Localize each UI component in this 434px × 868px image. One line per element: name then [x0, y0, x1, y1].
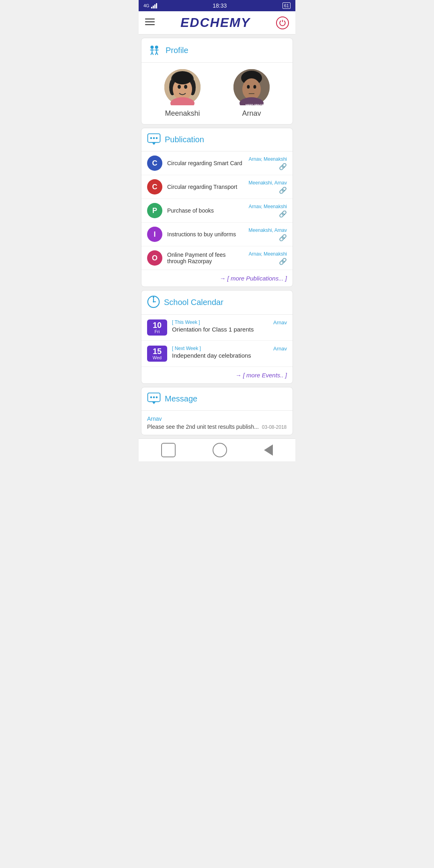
avatar-arnav: NEED SPACE [233, 69, 270, 105]
cal-item-1[interactable]: 15 Wed [ Next Week ] Independent day cel… [141, 341, 293, 367]
more-publications-link[interactable]: → [ more Publications... ] [141, 270, 293, 287]
pub-item-0[interactable]: C Circular regarding Smart Card Arnav, M… [141, 151, 293, 175]
pub-item-3[interactable]: I Instructions to buy uniforms Meenakshi… [141, 223, 293, 246]
pub-title-4: Online Payment of fees through Razorpay [167, 252, 244, 264]
pub-letter-1: C [147, 179, 162, 194]
cal-item-0[interactable]: 10 Fri [ This Week ] Orientation for Cla… [141, 315, 293, 341]
pub-names-0: Arnav, Meenakshi [249, 156, 287, 162]
svg-point-19 [184, 85, 187, 89]
svg-point-3 [150, 45, 154, 49]
svg-point-26 [254, 85, 256, 89]
battery-indicator: 61 [283, 2, 291, 9]
bottom-nav [139, 438, 295, 461]
profile-arnav[interactable]: NEED SPACE Arnav [233, 69, 270, 118]
svg-rect-2 [145, 24, 155, 25]
pub-letter-4: O [147, 250, 162, 266]
svg-point-41 [156, 396, 158, 398]
avatar-meenakshi [164, 69, 201, 105]
paperclip-icon-4: 🔗 [279, 258, 287, 265]
pub-names-3: Meenakshi, Arnav [249, 227, 287, 233]
calendar-title: School Calendar [164, 298, 223, 307]
message-title: Message [165, 394, 197, 403]
message-text: Please see the 2nd unit test results pub… [147, 424, 259, 430]
message-icon [147, 392, 161, 405]
svg-line-7 [152, 52, 153, 55]
cal-day-num-1: 15 [151, 347, 163, 355]
message-date: 03-08-2018 [262, 424, 287, 430]
paperclip-icon-0: 🔗 [279, 163, 287, 170]
svg-point-39 [150, 396, 152, 398]
status-left: 4G [143, 3, 157, 8]
cal-person-1: Arnav [273, 346, 287, 352]
app-header: EDCHEMY [139, 11, 295, 35]
cal-event-0: Orientation for Class 1 parents [172, 326, 268, 333]
pub-names-2: Arnav, Meenakshi [249, 204, 287, 209]
cal-day-name-1: Wed [151, 355, 163, 360]
profile-icon [147, 43, 162, 57]
svg-point-37 [153, 301, 154, 303]
publication-header: Publication [141, 128, 293, 151]
message-item[interactable]: Arnav Please see the 2nd unit test resul… [141, 411, 293, 435]
pub-title-2: Purchase of books [167, 207, 244, 214]
pub-names-4: Arnav, Meenakshi [249, 251, 287, 257]
signal-icon [151, 3, 157, 8]
status-time: 18:33 [213, 2, 227, 9]
profile-header: Profile [141, 38, 293, 63]
svg-point-33 [156, 137, 158, 139]
network-label: 4G [143, 3, 149, 8]
pub-letter-0: C [147, 156, 162, 171]
app-title: EDCHEMY [180, 15, 250, 30]
calendar-header: School Calendar [141, 291, 293, 315]
nav-home-button[interactable] [161, 443, 176, 457]
pub-letter-3: I [147, 227, 162, 242]
profile-card: Profile [141, 38, 293, 125]
profile-title: Profile [166, 46, 188, 55]
message-header: Message [141, 387, 293, 411]
paperclip-icon-2: 🔗 [279, 210, 287, 218]
cal-date-1: 15 Wed [147, 346, 167, 362]
cal-week-1: [ Next Week ] [172, 346, 268, 351]
more-events-link[interactable]: → [ more Events.. ] [141, 367, 293, 383]
publication-card: Publication C Circular regarding Smart C… [141, 128, 293, 287]
pub-item-2[interactable]: P Purchase of books Arnav, Meenakshi 🔗 [141, 199, 293, 223]
svg-point-32 [153, 137, 155, 139]
pub-item-4[interactable]: O Online Payment of fees through Razorpa… [141, 246, 293, 270]
svg-point-20 [173, 72, 192, 84]
publication-icon [147, 133, 161, 146]
svg-point-40 [153, 396, 155, 398]
pub-title-1: Circular regarding Transport [167, 184, 244, 190]
svg-point-18 [178, 85, 181, 89]
cal-person-0: Arnav [273, 319, 287, 326]
nav-back-button[interactable] [213, 443, 227, 457]
svg-rect-0 [145, 18, 155, 20]
svg-rect-1 [145, 21, 155, 23]
pub-item-1[interactable]: C Circular regarding Transport Meenakshi… [141, 175, 293, 199]
power-button[interactable] [276, 16, 289, 29]
message-card: Message Arnav Please see the 2nd unit te… [141, 387, 293, 435]
pub-title-3: Instructions to buy uniforms [167, 231, 244, 237]
cal-day-name-0: Fri [151, 329, 163, 334]
pub-title-0: Circular regarding Smart Card [167, 160, 244, 166]
svg-point-24 [242, 78, 261, 100]
menu-button[interactable] [145, 17, 155, 29]
publication-title: Publication [165, 135, 204, 144]
paperclip-icon-1: 🔗 [279, 186, 287, 194]
svg-point-31 [150, 137, 152, 139]
calendar-icon [147, 295, 160, 309]
profile-meenakshi[interactable]: Meenakshi [164, 69, 201, 118]
profile-name-arnav: Arnav [242, 109, 261, 118]
pub-names-1: Meenakshi, Arnav [249, 180, 287, 186]
nav-recent-button[interactable] [264, 444, 273, 456]
profile-content: Meenakshi NEED SPACE [141, 63, 293, 124]
svg-point-25 [247, 85, 250, 89]
status-bar: 4G 18:33 61 [139, 0, 295, 11]
paperclip-icon-3: 🔗 [279, 234, 287, 242]
cal-week-0: [ This Week ] [172, 319, 268, 325]
cal-day-num-0: 10 [151, 321, 163, 329]
calendar-card: School Calendar 10 Fri [ This Week ] Ori… [141, 290, 293, 384]
cal-event-1: Independent day celebrations [172, 352, 268, 359]
status-right: 61 [283, 2, 291, 9]
svg-point-8 [155, 45, 158, 49]
cal-date-0: 10 Fri [147, 319, 167, 336]
pub-letter-2: P [147, 203, 162, 218]
